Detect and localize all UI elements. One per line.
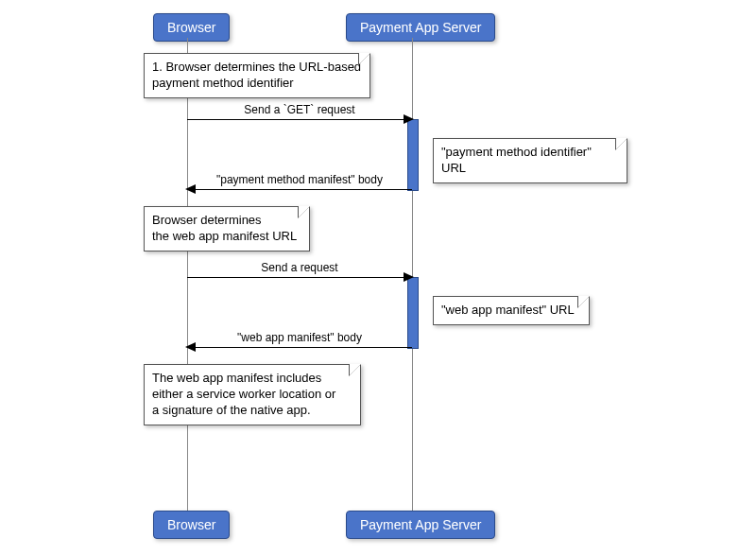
message-get-request: Send a `GET` request (187, 119, 412, 120)
message-label: "web app manifest" body (187, 331, 412, 344)
message-send-request: Send a request (187, 277, 412, 278)
sequence-diagram: Browser Payment App Server 1. Browser de… (0, 0, 756, 555)
participant-label: Payment App Server (360, 517, 481, 532)
participant-label: Browser (167, 517, 215, 532)
note-line: The web app manifest includes (152, 371, 352, 387)
note-pmi-url: "payment method identifier" URL (433, 138, 627, 183)
note-line: payment method identifier (152, 76, 362, 92)
note-line: the web app manifest URL (152, 229, 301, 245)
participant-browser-top: Browser (153, 13, 230, 42)
note-url-based: 1. Browser determines the URL-based paym… (144, 53, 370, 98)
note-line: a signature of the native app. (152, 403, 352, 419)
note-manifest-includes: The web app manifest includes either a s… (144, 364, 361, 425)
participant-label: Payment App Server (360, 20, 481, 35)
message-label: Send a request (187, 261, 412, 274)
note-web-app-manifest-url: Browser determines the web app manifest … (144, 206, 310, 251)
message-web-app-manifest-body: "web app manifest" body (187, 347, 412, 348)
note-line: "payment method identifier" URL (441, 145, 619, 177)
participant-label: Browser (167, 20, 215, 35)
participant-browser-bottom: Browser (153, 511, 230, 539)
message-payment-method-manifest: "payment method manifest" body (187, 189, 412, 190)
note-line: 1. Browser determines the URL-based (152, 60, 362, 76)
note-line: "web app manifest" URL (441, 303, 581, 319)
participant-server-bottom: Payment App Server (346, 511, 495, 539)
participant-server-top: Payment App Server (346, 13, 495, 42)
message-label: Send a `GET` request (187, 103, 412, 116)
note-line: either a service worker location or (152, 387, 352, 403)
message-label: "payment method manifest" body (187, 173, 412, 186)
note-line: Browser determines (152, 213, 301, 229)
note-wam-url: "web app manifest" URL (433, 296, 590, 325)
